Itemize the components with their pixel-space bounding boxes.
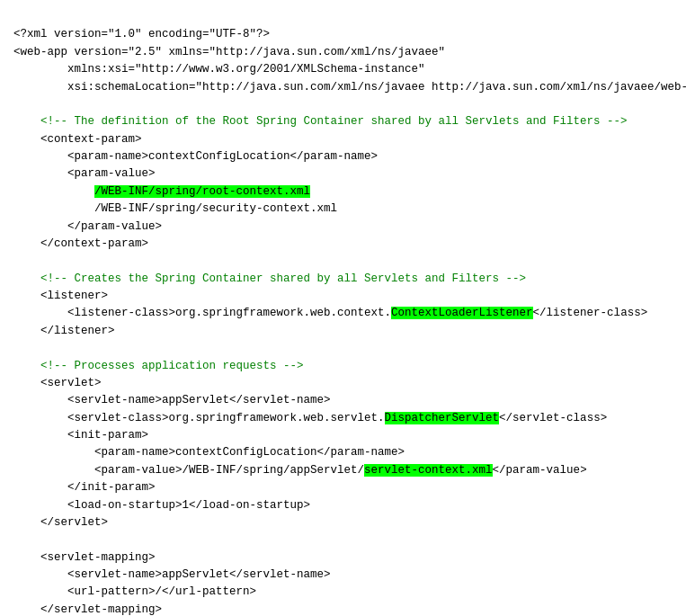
line-20: <!-- Processes application requests --> [13,360,304,372]
line-26: <param-value>/WEB-INF/spring/appServlet/… [13,464,587,477]
line-12: </param-value> [13,220,162,233]
line-17: <listener-class>org.springframework.web.… [13,307,647,319]
highlight-context-loader: ContextLoaderListener [391,307,533,319]
line-25: <param-name>contextConfigLocation</param… [13,446,405,459]
line-6: <!-- The definition of the Root Spring C… [13,115,628,128]
line-8: <param-name>contextConfigLocation</param… [13,150,378,163]
highlight-servlet-context: servlet-context.xml [364,464,493,477]
line-28: <load-on-startup>1</load-on-startup> [13,499,310,512]
line-32: <servlet-name>appServlet</servlet-name> [13,568,331,581]
line-31: <servlet-mapping> [13,551,156,564]
highlight-root-context: /WEB-INF/spring/root-context.xml [94,185,310,198]
code-viewer: <?xml version="1.0" encoding="UTF-8"?> <… [13,9,673,616]
line-24: <init-param> [13,429,148,442]
line-10: /WEB-INF/spring/root-context.xml [13,185,310,198]
line-4: xsi:schemaLocation="http://java.sun.com/… [13,81,686,94]
line-22: <servlet-name>appServlet</servlet-name> [13,394,331,406]
line-16: <listener> [13,290,108,302]
line-2: <web-app version="2.5" xmlns="http://jav… [13,46,445,58]
line-15: <!-- Creates the Spring Container shared… [13,272,526,285]
line-7: <context-param> [13,133,142,146]
line-13: </context-param> [13,237,148,250]
line-18: </listener> [13,325,115,337]
line-34: </servlet-mapping> [13,603,162,616]
line-11: /WEB-INF/spring/security-context.xml [13,202,337,215]
line-21: <servlet> [13,377,102,389]
line-3: xmlns:xsi="http://www.w3.org/2001/XMLSch… [13,63,425,76]
line-27: </init-param> [13,481,156,494]
line-1: <?xml version="1.0" encoding="UTF-8"?> [13,28,270,40]
highlight-dispatcher-servlet: DispatcherServlet [385,412,500,424]
line-29: </servlet> [13,516,108,529]
line-9: <param-value> [13,167,156,180]
line-23: <servlet-class>org.springframework.web.s… [13,412,607,424]
line-33: <url-pattern>/</url-pattern> [13,585,256,598]
